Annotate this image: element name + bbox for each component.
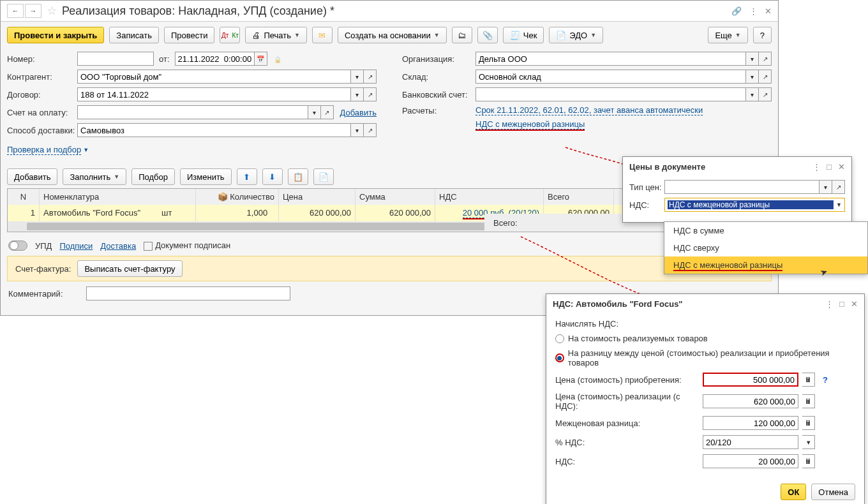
- panel-close-icon[interactable]: ✕: [851, 299, 858, 309]
- fill-button[interactable]: Заполнить▼: [63, 168, 126, 185]
- col-n[interactable]: N: [8, 189, 40, 205]
- receipt-icon: 🧾: [510, 31, 520, 40]
- comment-input[interactable]: [86, 286, 290, 300]
- open-ref-icon[interactable]: ↗: [364, 123, 377, 137]
- back-button[interactable]: ←: [7, 4, 24, 18]
- printer-icon: 🖨: [252, 31, 260, 40]
- prices-title: Цены в документе: [629, 162, 705, 172]
- upd-toggle[interactable]: [8, 241, 27, 251]
- invoice-input[interactable]: [77, 105, 308, 119]
- price-type-input[interactable]: [664, 180, 819, 194]
- invoice-label: Счет на оплату:: [7, 108, 77, 117]
- vat-option-price-diff[interactable]: НДС с межценовой разницы: [664, 256, 867, 274]
- contract-label: Договор:: [7, 90, 77, 100]
- move-up-button[interactable]: ⬆: [237, 168, 257, 185]
- dropdown-icon[interactable]: ▾: [746, 70, 759, 84]
- col-total[interactable]: Всего: [544, 189, 614, 205]
- vat-mode-link[interactable]: НДС с межценовой разницы: [475, 119, 585, 130]
- open-ref-icon[interactable]: ↗: [759, 70, 772, 84]
- vat-option-in-sum[interactable]: НДС в сумме: [664, 222, 867, 239]
- post-button[interactable]: Провести: [164, 27, 215, 43]
- panel-maximize-icon[interactable]: □: [839, 299, 844, 309]
- date-input[interactable]: [175, 52, 255, 66]
- paste-button[interactable]: 📄: [313, 168, 334, 185]
- org-label: Организация:: [402, 54, 475, 64]
- delivery-link[interactable]: Доставка: [100, 241, 136, 251]
- invoice-sf-label: Счет-фактура:: [15, 264, 71, 274]
- select-button[interactable]: Подбор: [131, 168, 175, 185]
- warehouse-input[interactable]: [475, 70, 746, 84]
- delivery-input[interactable]: [77, 123, 351, 137]
- add-row-button[interactable]: Добавить: [7, 168, 57, 185]
- open-ref-icon[interactable]: ↗: [364, 70, 377, 84]
- doc-signed-checkbox[interactable]: Документ подписан: [144, 241, 230, 251]
- link-icon[interactable]: 🔗: [731, 6, 742, 16]
- number-input[interactable]: [77, 52, 154, 66]
- vat-select[interactable]: НДС с межценовой разницы ▼: [664, 198, 845, 212]
- post-and-close-button[interactable]: Провести и закрыть: [7, 27, 104, 43]
- org-input[interactable]: [475, 52, 746, 66]
- counterparty-input[interactable]: [77, 70, 351, 84]
- dropdown-icon[interactable]: ▾: [351, 70, 364, 84]
- receipt-button[interactable]: 🧾Чек: [503, 27, 544, 43]
- print-button[interactable]: 🖨Печать▼: [245, 27, 307, 43]
- dtct-button[interactable]: ДтКт: [220, 27, 240, 43]
- close-icon[interactable]: ✕: [765, 6, 772, 16]
- open-ref-icon[interactable]: ↗: [832, 180, 845, 194]
- add-invoice-link[interactable]: Добавить: [340, 108, 377, 117]
- attach-button[interactable]: 📎: [477, 27, 498, 43]
- open-ref-icon[interactable]: ↗: [759, 52, 772, 66]
- signatures-link[interactable]: Подписи: [59, 241, 93, 251]
- panel-kebab-icon[interactable]: ⋮: [812, 162, 820, 172]
- dropdown-icon[interactable]: ▾: [308, 105, 321, 119]
- lock-icon: [274, 54, 281, 64]
- vat-select-label: НДС:: [629, 200, 664, 210]
- col-vat[interactable]: НДС: [435, 189, 544, 205]
- move-down-button[interactable]: ⬇: [262, 168, 283, 185]
- upd-label: УПД: [35, 241, 52, 251]
- write-invoice-button[interactable]: Выписать счет-фактуру: [77, 260, 182, 277]
- edo-button[interactable]: 📄ЭДО▼: [549, 27, 603, 43]
- check-selection-link[interactable]: Проверка и подбор: [7, 145, 81, 155]
- col-qty[interactable]: 📦 Количество: [196, 189, 279, 205]
- favorite-star-icon[interactable]: ☆: [47, 4, 57, 18]
- bank-input[interactable]: [475, 87, 746, 101]
- more-button[interactable]: Еще▼: [708, 27, 747, 43]
- edo-icon: 📄: [556, 31, 566, 40]
- vat-option-on-top[interactable]: НДС сверху: [664, 239, 867, 256]
- mail-button[interactable]: ✉: [312, 27, 333, 43]
- calendar-icon[interactable]: 📅: [255, 52, 267, 66]
- panel-maximize-icon[interactable]: □: [827, 162, 832, 172]
- open-ref-icon[interactable]: ↗: [321, 105, 334, 119]
- open-ref-icon[interactable]: ↗: [759, 87, 772, 101]
- delivery-label: Способ доставки:: [7, 126, 77, 135]
- panel-close-icon[interactable]: ✕: [838, 162, 845, 172]
- change-button[interactable]: Изменить: [180, 168, 232, 185]
- contract-input[interactable]: [77, 87, 351, 101]
- col-price[interactable]: Цена: [279, 189, 355, 205]
- bank-label: Банковский счет:: [402, 90, 475, 100]
- price-type-label: Тип цен:: [629, 182, 664, 192]
- write-button[interactable]: Записать: [109, 27, 159, 43]
- titlebar: ← → ☆ Реализация товаров: Накладная, УПД…: [1, 1, 778, 22]
- related-button[interactable]: 🗂: [452, 27, 472, 43]
- create-on-basis-button[interactable]: Создать на основании▼: [338, 27, 447, 43]
- dropdown-icon[interactable]: ▾: [819, 180, 832, 194]
- col-sum[interactable]: Сумма: [355, 189, 435, 205]
- dropdown-icon[interactable]: ▾: [351, 123, 364, 137]
- col-nomen[interactable]: Номенклатура: [40, 189, 196, 205]
- forward-button[interactable]: →: [25, 4, 41, 18]
- kebab-menu-icon[interactable]: ⋮: [749, 6, 757, 16]
- dropdown-icon[interactable]: ▾: [746, 52, 759, 66]
- from-label: от:: [159, 54, 170, 64]
- copy-button[interactable]: 📋: [288, 168, 308, 185]
- counterparty-label: Контрагент:: [7, 72, 77, 82]
- panel-kebab-icon[interactable]: ⋮: [825, 299, 833, 309]
- dropdown-icon[interactable]: ▾: [351, 87, 364, 101]
- dropdown-icon[interactable]: ▾: [746, 87, 759, 101]
- help-button[interactable]: ?: [753, 27, 772, 43]
- open-ref-icon[interactable]: ↗: [364, 87, 377, 101]
- comment-label: Комментарий:: [8, 289, 79, 299]
- prices-panel: Цены в документе ⋮ □ ✕ Тип цен: ▾ ↗ НДС:…: [622, 156, 852, 223]
- settlements-link[interactable]: Срок 21.11.2022, 62.01, 62.02, зачет ава…: [475, 105, 703, 115]
